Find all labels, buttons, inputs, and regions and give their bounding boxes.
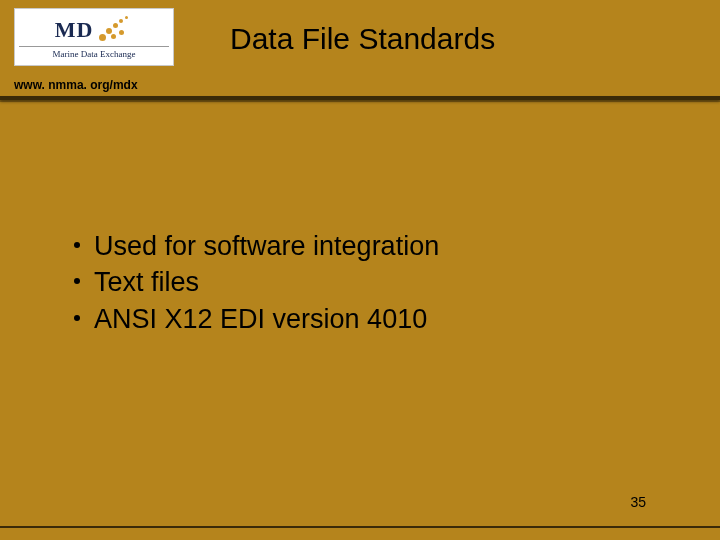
logo-text: MD bbox=[55, 17, 94, 43]
list-item: Used for software integration bbox=[74, 228, 439, 264]
list-item-text: Text files bbox=[94, 264, 199, 300]
list-item: ANSI X12 EDI version 4010 bbox=[74, 301, 439, 337]
header-divider-shadow bbox=[0, 100, 720, 102]
bullet-icon bbox=[74, 242, 80, 248]
logo: MD Marine Data Exchange bbox=[14, 8, 174, 66]
list-item-text: ANSI X12 EDI version 4010 bbox=[94, 301, 427, 337]
footer-divider bbox=[0, 526, 720, 528]
page-title: Data File Standards bbox=[230, 22, 495, 56]
bullet-icon bbox=[74, 278, 80, 284]
bullet-icon bbox=[74, 315, 80, 321]
slide: MD Marine Data Exchange Data File Standa… bbox=[0, 0, 720, 540]
logo-subtitle: Marine Data Exchange bbox=[19, 46, 169, 59]
logo-dots-icon bbox=[97, 16, 133, 44]
list-item-text: Used for software integration bbox=[94, 228, 439, 264]
header-url: www. nmma. org/mdx bbox=[14, 78, 138, 92]
logo-top: MD bbox=[55, 16, 134, 44]
page-number: 35 bbox=[630, 494, 646, 510]
bullet-list: Used for software integration Text files… bbox=[74, 228, 439, 337]
list-item: Text files bbox=[74, 264, 439, 300]
